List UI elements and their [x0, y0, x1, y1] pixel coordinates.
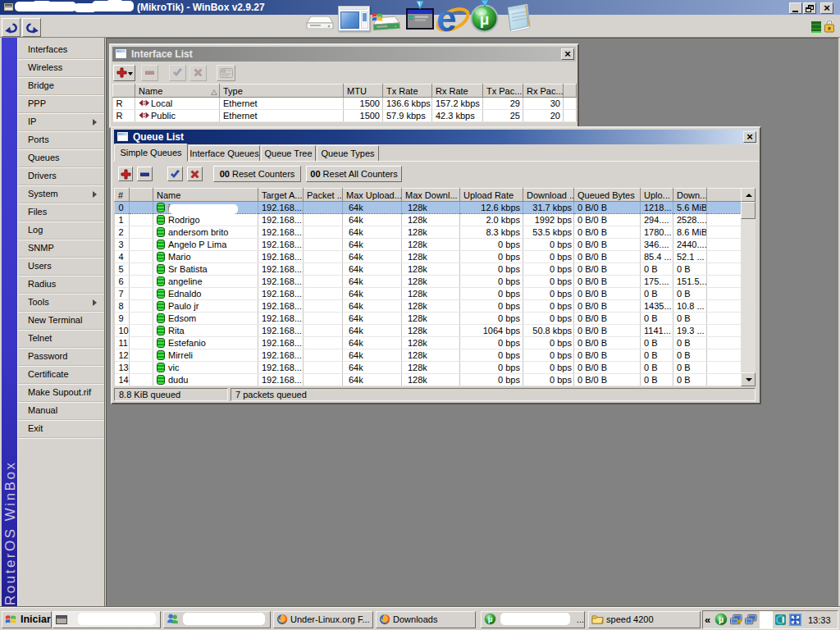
svg-text:μ: μ	[480, 11, 490, 28]
svg-text:μ: μ	[488, 615, 493, 623]
svg-text:μ: μ	[719, 615, 724, 624]
svg-text:e: e	[436, 2, 456, 34]
